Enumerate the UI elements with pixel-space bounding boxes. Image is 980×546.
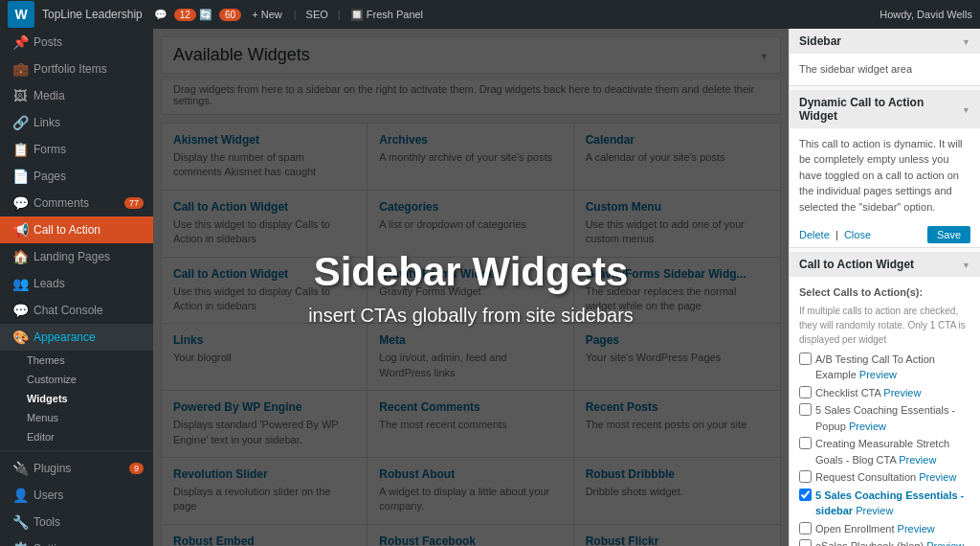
- site-name[interactable]: TopLine Leadership: [42, 8, 143, 21]
- cta-item-checkbox[interactable]: [799, 403, 812, 416]
- cta-item-checkbox[interactable]: [799, 353, 812, 365]
- sidebar-item-links[interactable]: 🔗 Links: [0, 109, 153, 136]
- sidebar-item-chat[interactable]: 💬 Chat Console: [0, 297, 153, 324]
- sidebar-item-pages[interactable]: 📄 Pages: [0, 163, 153, 190]
- overlay: Sidebar Widgets insert CTAs globally fro…: [153, 29, 789, 546]
- new-content-btn[interactable]: + New: [252, 9, 282, 20]
- dynamic-cta-toggle[interactable]: [962, 102, 970, 116]
- cta-item: 5 Sales Coaching Essentials - sidebar Pr…: [799, 488, 970, 519]
- howdy-text: Howdy, David Wells: [880, 9, 972, 20]
- posts-icon: 📌: [12, 34, 28, 50]
- cta-item-checkbox[interactable]: [799, 539, 812, 546]
- cta-note: If multiple calls to action are checked,…: [799, 304, 970, 347]
- sidebar-item-posts[interactable]: 📌 Posts: [0, 29, 153, 56]
- cta-item-preview[interactable]: Preview: [926, 540, 964, 546]
- cta-item-preview[interactable]: Preview: [849, 421, 886, 432]
- sidebar-label-content: The sidebar widget area: [790, 54, 980, 85]
- dynamic-cta-save-btn[interactable]: Save: [927, 226, 970, 243]
- sidebar-item-cta[interactable]: 📢 Call to Action: [0, 216, 153, 243]
- users-icon: 👤: [12, 488, 28, 503]
- cta-item: A/B Testing Call To Action Example Previ…: [799, 352, 970, 383]
- forms-icon: 📋: [12, 142, 28, 157]
- admin-bar: W TopLine Leadership 💬 12 🔄 60 + New | S…: [0, 0, 980, 29]
- fresh-panel-btn[interactable]: 🔲 Fresh Panel: [350, 9, 423, 21]
- cta-icon: 📢: [12, 222, 28, 238]
- cta-widget-section: Call to Action Widget Select Calls to Ac…: [790, 252, 980, 546]
- comments-icon: 💬: [12, 195, 28, 211]
- sidebar-item-users[interactable]: 👤 Users: [0, 482, 153, 509]
- sidebar-item-plugins[interactable]: 🔌 Plugins 9: [0, 455, 153, 482]
- plugins-icon: 🔌: [12, 461, 28, 476]
- cta-item-preview[interactable]: Preview: [919, 471, 956, 483]
- cta-item-checkbox[interactable]: [799, 489, 812, 501]
- sidebar-item-forms[interactable]: 📋 Forms: [0, 136, 153, 163]
- appearance-icon: 🎨: [12, 330, 28, 345]
- links-icon: 🔗: [12, 115, 28, 130]
- sidebar-item-settings[interactable]: ⚙️ Settings: [0, 535, 153, 546]
- updates-badge[interactable]: 🔄 60: [199, 9, 241, 21]
- sidebar-sub-menus[interactable]: Menus: [0, 408, 153, 427]
- media-icon: 🖼: [12, 88, 28, 103]
- dynamic-cta-close-link[interactable]: Close: [844, 229, 871, 240]
- settings-icon: ⚙️: [12, 541, 28, 546]
- sidebar-item-leads[interactable]: 👥 Leads: [0, 270, 153, 297]
- wp-logo[interactable]: W: [8, 1, 34, 28]
- landing-icon: 🏠: [12, 249, 28, 264]
- cta-item-checkbox[interactable]: [799, 386, 812, 398]
- cta-item-checkbox[interactable]: [799, 470, 812, 483]
- sidebar-item-tools[interactable]: 🔧 Tools: [0, 509, 153, 535]
- cta-widget-header[interactable]: Call to Action Widget: [790, 252, 980, 277]
- cta-item: eSales Playbook (blog) Preview: [799, 538, 970, 546]
- sidebar-sub-editor[interactable]: Editor: [0, 427, 153, 446]
- cta-item-preview[interactable]: Preview: [899, 454, 936, 466]
- cta-items-list: A/B Testing Call To Action Example Previ…: [799, 352, 970, 547]
- portfolio-icon: 💼: [12, 61, 28, 77]
- overlay-title: Sidebar Widgets: [314, 248, 629, 296]
- pages-icon: 📄: [12, 169, 28, 184]
- dynamic-cta-actions: Delete | Close Save: [790, 222, 980, 247]
- cta-item: Request Consultation Preview: [799, 469, 970, 486]
- cta-select-label: Select Calls to Action(s):: [799, 284, 970, 301]
- sidebar-item-portfolio[interactable]: 💼 Portfolio Items: [0, 56, 153, 82]
- main-content: Available Widgets Drag widgets from here…: [153, 29, 789, 546]
- sidebar-sub-widgets[interactable]: Widgets: [0, 389, 153, 408]
- cta-widget-content: Select Calls to Action(s): If multiple c…: [790, 277, 980, 546]
- dynamic-cta-section: Dynamic Call to Action Widget This call …: [790, 90, 980, 249]
- sidebar-sub-themes[interactable]: Themes: [0, 351, 153, 370]
- sidebar-item-comments[interactable]: 💬 Comments 77: [0, 190, 153, 216]
- dynamic-cta-header[interactable]: Dynamic Call to Action Widget: [790, 90, 980, 128]
- cta-item-preview[interactable]: Preview: [898, 523, 935, 535]
- sidebar-sub-customize[interactable]: Customize: [0, 370, 153, 389]
- seo-btn[interactable]: SEO: [306, 9, 328, 20]
- comments-badge[interactable]: 💬 12: [154, 9, 196, 21]
- sidebar-item-landing[interactable]: 🏠 Landing Pages: [0, 243, 153, 270]
- right-sidebar: Sidebar The sidebar widget area Dynamic …: [789, 29, 980, 546]
- cta-item-preview[interactable]: Preview: [859, 369, 897, 380]
- cta-item-checkbox[interactable]: [799, 437, 812, 449]
- cta-item: Creating Measurable Stretch Goals - Blog…: [799, 436, 970, 467]
- sidebar-label-header[interactable]: Sidebar: [790, 29, 980, 54]
- dynamic-cta-content: This call to action is dynamic. It will …: [790, 128, 980, 223]
- cta-item: Open Enrollment Preview: [799, 521, 970, 537]
- overlay-subtitle: insert CTAs globally from site sidebars: [308, 305, 634, 327]
- sidebar-label-section: Sidebar The sidebar widget area: [790, 29, 980, 86]
- chat-icon: 💬: [12, 303, 28, 318]
- cta-item: 5 Sales Coaching Essentials - Popup Prev…: [799, 402, 970, 434]
- cta-item-checkbox[interactable]: [799, 522, 812, 535]
- sidebar-item-media[interactable]: 🖼 Media: [0, 82, 153, 109]
- leads-icon: 👥: [12, 276, 28, 291]
- sidebar-item-appearance[interactable]: 🎨 Appearance: [0, 324, 153, 351]
- cta-item: Checklist CTA Preview: [799, 385, 970, 401]
- cta-item-preview[interactable]: Preview: [883, 387, 921, 398]
- admin-sidebar: 📌 Posts 💼 Portfolio Items 🖼 Media 🔗 Link…: [0, 29, 153, 546]
- dynamic-cta-delete-link[interactable]: Delete: [799, 229, 830, 240]
- cta-item-preview[interactable]: Preview: [856, 505, 893, 516]
- sidebar-label-toggle[interactable]: [962, 34, 970, 48]
- tools-icon: 🔧: [12, 514, 28, 530]
- cta-widget-toggle[interactable]: [962, 258, 970, 271]
